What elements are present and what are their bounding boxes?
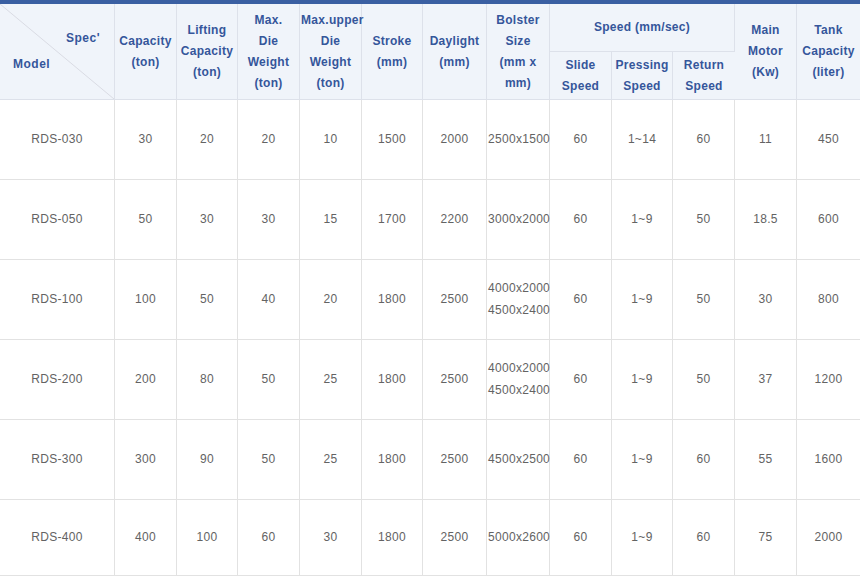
table-header: Spec' Model Capacity (ton) Lifting Capac… xyxy=(0,4,860,100)
data-cell: 18.5 xyxy=(735,180,797,260)
header-max-die-weight: Max. Die Weight (ton) xyxy=(238,4,300,100)
data-cell: 90 xyxy=(177,420,238,500)
data-cell: 1~9 xyxy=(612,260,673,340)
data-cell: 30 xyxy=(177,180,238,260)
data-cell: 5000x2600 xyxy=(487,500,550,576)
table-row: RDS-100 100 50 40 20 1800 2500 4000x2000… xyxy=(0,260,860,340)
data-cell: 100 xyxy=(177,500,238,576)
header-capacity: Capacity (ton) xyxy=(115,4,177,100)
data-cell: 60 xyxy=(550,340,612,420)
header-stroke: Stroke (mm) xyxy=(362,4,423,100)
data-cell: 10 xyxy=(300,100,362,180)
data-cell: 4000x2000 4500x2400 xyxy=(487,260,550,340)
data-cell: 20 xyxy=(300,260,362,340)
data-cell: 400 xyxy=(115,500,177,576)
header-max-upper-die-weight: Max.upper Die Weight (ton) xyxy=(300,4,362,100)
data-cell: 1~9 xyxy=(612,500,673,576)
data-cell: 1~9 xyxy=(612,420,673,500)
data-cell: 60 xyxy=(673,100,735,180)
data-cell: 2500 xyxy=(423,260,487,340)
data-cell: 2000 xyxy=(797,500,860,576)
data-cell: 1600 xyxy=(797,420,860,500)
data-cell: 2000 xyxy=(423,100,487,180)
corner-header-cell: Spec' Model xyxy=(0,4,115,100)
header-speed-group: Speed (mm/sec) xyxy=(550,4,735,52)
data-cell: 80 xyxy=(177,340,238,420)
table-row: RDS-050 50 30 30 15 1700 2200 3000x2000 … xyxy=(0,180,860,260)
data-cell: 60 xyxy=(550,500,612,576)
data-cell: 50 xyxy=(238,420,300,500)
data-cell: 50 xyxy=(115,180,177,260)
model-cell: RDS-030 xyxy=(0,100,115,180)
data-cell: 2500x1500 xyxy=(487,100,550,180)
data-cell: 600 xyxy=(797,180,860,260)
data-cell: 60 xyxy=(550,260,612,340)
data-cell: 15 xyxy=(300,180,362,260)
data-cell: 3000x2000 xyxy=(487,180,550,260)
data-cell: 4500x2500 xyxy=(487,420,550,500)
data-cell: 2500 xyxy=(423,500,487,576)
data-cell: 60 xyxy=(673,500,735,576)
data-cell: 2500 xyxy=(423,420,487,500)
model-cell: RDS-200 xyxy=(0,340,115,420)
data-cell: 2200 xyxy=(423,180,487,260)
data-cell: 20 xyxy=(238,100,300,180)
model-cell: RDS-300 xyxy=(0,420,115,500)
data-cell: 75 xyxy=(735,500,797,576)
table-body: RDS-030 30 20 20 10 1500 2000 2500x1500 … xyxy=(0,100,860,576)
data-cell: 60 xyxy=(550,420,612,500)
data-cell: 50 xyxy=(177,260,238,340)
data-cell: 50 xyxy=(238,340,300,420)
model-cell: RDS-400 xyxy=(0,500,115,576)
corner-model-label: Model xyxy=(13,54,50,75)
data-cell: 1~9 xyxy=(612,340,673,420)
data-cell: 100 xyxy=(115,260,177,340)
data-cell: 300 xyxy=(115,420,177,500)
table-row: RDS-300 300 90 50 25 1800 2500 4500x2500… xyxy=(0,420,860,500)
data-cell: 30 xyxy=(238,180,300,260)
table-row: RDS-200 200 80 50 25 1800 2500 4000x2000… xyxy=(0,340,860,420)
data-cell: 1500 xyxy=(362,100,423,180)
data-cell: 55 xyxy=(735,420,797,500)
data-cell: 200 xyxy=(115,340,177,420)
table-row: RDS-030 30 20 20 10 1500 2000 2500x1500 … xyxy=(0,100,860,180)
data-cell: 11 xyxy=(735,100,797,180)
data-cell: 60 xyxy=(550,180,612,260)
table-row: RDS-400 400 100 60 30 1800 2500 5000x260… xyxy=(0,500,860,576)
data-cell: 30 xyxy=(300,500,362,576)
diagonal-divider xyxy=(0,4,114,99)
data-cell: 25 xyxy=(300,340,362,420)
header-slide-speed: Slide Speed xyxy=(550,52,612,100)
model-cell: RDS-050 xyxy=(0,180,115,260)
data-cell: 1800 xyxy=(362,340,423,420)
data-cell: 60 xyxy=(550,100,612,180)
data-cell: 1700 xyxy=(362,180,423,260)
header-main-motor: Main Motor (Kw) xyxy=(735,4,797,100)
header-daylight: Daylight (mm) xyxy=(423,4,487,100)
model-cell: RDS-100 xyxy=(0,260,115,340)
header-pressing-speed: Pressing Speed xyxy=(612,52,673,100)
data-cell: 60 xyxy=(673,420,735,500)
data-cell: 30 xyxy=(115,100,177,180)
corner-spec-label: Spec' xyxy=(66,28,100,49)
data-cell: 40 xyxy=(238,260,300,340)
data-cell: 1800 xyxy=(362,420,423,500)
data-cell: 1800 xyxy=(362,500,423,576)
data-cell: 25 xyxy=(300,420,362,500)
data-cell: 37 xyxy=(735,340,797,420)
data-cell: 1~9 xyxy=(612,180,673,260)
data-cell: 4000x2000 4500x2400 xyxy=(487,340,550,420)
data-cell: 450 xyxy=(797,100,860,180)
data-cell: 800 xyxy=(797,260,860,340)
data-cell: 60 xyxy=(238,500,300,576)
header-bolster-size: Bolster Size (mm x mm) xyxy=(487,4,550,100)
data-cell: 50 xyxy=(673,180,735,260)
data-cell: 2500 xyxy=(423,340,487,420)
data-cell: 1200 xyxy=(797,340,860,420)
data-cell: 1~14 xyxy=(612,100,673,180)
header-return-speed: Return Speed xyxy=(673,52,735,100)
data-cell: 50 xyxy=(673,260,735,340)
data-cell: 50 xyxy=(673,340,735,420)
spec-table: Spec' Model Capacity (ton) Lifting Capac… xyxy=(0,4,860,576)
data-cell: 30 xyxy=(735,260,797,340)
